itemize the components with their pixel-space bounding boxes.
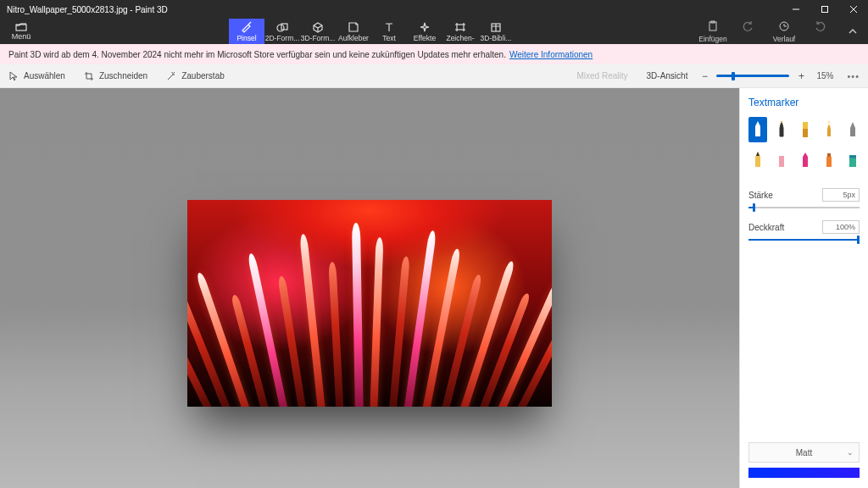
- tool-3d-shapes[interactable]: 3D-Form...: [300, 19, 336, 44]
- crop-icon: [84, 71, 94, 81]
- thickness-slider[interactable]: [748, 207, 860, 208]
- zoom-percent: 15%: [816, 71, 833, 80]
- zoom-controls: − + 15% •••: [699, 70, 860, 82]
- svg-point-16: [827, 120, 831, 125]
- menu-button[interactable]: Menü: [0, 19, 42, 44]
- svg-rect-17: [779, 155, 784, 167]
- main-area: Textmarker Stärke 5px Deckkraft: [0, 88, 868, 488]
- tool-canvas[interactable]: Zeichen-: [442, 19, 478, 44]
- panel-title: Textmarker: [748, 97, 860, 108]
- chevron-down-icon: ⌄: [847, 448, 854, 457]
- zoom-in-button[interactable]: +: [796, 70, 806, 82]
- opacity-slider[interactable]: [748, 239, 860, 241]
- svg-rect-7: [457, 25, 464, 30]
- redo-icon: [814, 20, 826, 34]
- material-dropdown[interactable]: Matt ⌄: [748, 442, 860, 463]
- chevron-up-icon: [848, 26, 858, 36]
- tool-2d-shapes[interactable]: 2D-Form...: [264, 19, 300, 44]
- mixed-reality-button: Mixed Reality: [571, 71, 627, 80]
- wand-icon: [166, 71, 176, 81]
- close-button[interactable]: [839, 0, 868, 19]
- brush-oil[interactable]: [796, 117, 815, 142]
- ribbon-right: Einfügen Verlauf: [695, 19, 868, 44]
- sticker-icon: [347, 21, 360, 33]
- zoom-out-button[interactable]: −: [699, 70, 709, 82]
- brush-pixel[interactable]: [843, 117, 862, 142]
- brush-crayon[interactable]: [796, 147, 815, 173]
- crop-tool[interactable]: Zuschneiden: [84, 71, 147, 81]
- library-icon: [489, 21, 503, 33]
- redo-button[interactable]: [802, 19, 837, 44]
- ribbon-tools: Pinsel 2D-Form... 3D-Form... Aufkleber T…: [229, 19, 514, 44]
- canvas-icon: [453, 21, 467, 33]
- select-tool[interactable]: Auswählen: [8, 71, 65, 81]
- more-button[interactable]: •••: [847, 71, 860, 81]
- ribbon: Menü Pinsel 2D-Form... 3D-Form... Aufkle…: [0, 19, 868, 44]
- paste-button[interactable]: Einfügen: [695, 19, 731, 44]
- opacity-control: Deckkraft 100%: [748, 220, 860, 241]
- paste-icon: [707, 20, 719, 34]
- text-icon: [382, 21, 396, 33]
- thickness-label: Stärke: [748, 191, 773, 200]
- cursor-icon: [8, 71, 19, 81]
- magic-select-tool[interactable]: Zauberstab: [166, 71, 225, 81]
- svg-rect-14: [803, 122, 808, 129]
- zoom-slider[interactable]: [716, 75, 789, 77]
- brush-pencil[interactable]: [748, 147, 767, 173]
- brush-watercolor[interactable]: [820, 117, 838, 142]
- brush-spray[interactable]: [820, 147, 838, 173]
- secondary-toolbar: Auswählen Zuschneiden Zauberstab Mixed R…: [0, 64, 868, 88]
- history-icon: [778, 20, 790, 34]
- undo-icon: [743, 20, 754, 34]
- notice-link[interactable]: Weitere Informationen: [509, 50, 593, 59]
- tool-effects[interactable]: Effekte: [407, 19, 442, 44]
- window-buttons: [782, 0, 868, 19]
- folder-icon: [15, 23, 27, 31]
- tool-brushes[interactable]: Pinsel: [229, 19, 264, 44]
- minimize-button[interactable]: [782, 0, 810, 19]
- brush-icon: [240, 21, 253, 33]
- collapse-ribbon-button[interactable]: [837, 19, 868, 44]
- tool-stickers[interactable]: Aufkleber: [336, 19, 371, 44]
- notice-text: Paint 3D wird ab dem 4. November 2024 ni…: [8, 50, 506, 59]
- svg-rect-18: [779, 153, 784, 156]
- window-title: Nitro_Wallpaper_5000x2813.jpg - Paint 3D: [7, 5, 782, 14]
- color-swatch[interactable]: [748, 468, 860, 478]
- thickness-value[interactable]: 5px: [822, 188, 860, 202]
- history-button[interactable]: Verlauf: [766, 19, 802, 44]
- svg-rect-19: [826, 157, 832, 167]
- svg-rect-15: [803, 129, 808, 137]
- opacity-label: Deckkraft: [748, 223, 784, 232]
- brush-marker[interactable]: [748, 117, 767, 142]
- brush-calligraphy[interactable]: [772, 117, 791, 142]
- tool-3d-library[interactable]: 3D-Bibli...: [478, 19, 514, 44]
- deprecation-notice: Paint 3D wird ab dem 4. November 2024 ni…: [0, 44, 868, 64]
- shapes-3d-icon: [311, 21, 325, 33]
- 3d-view-button[interactable]: 3D-Ansicht: [642, 71, 688, 80]
- effects-icon: [418, 21, 431, 33]
- maximize-button[interactable]: [810, 0, 839, 19]
- thickness-control: Stärke 5px: [748, 188, 860, 208]
- svg-rect-1: [822, 7, 828, 13]
- brush-fill[interactable]: [843, 147, 862, 173]
- brush-eraser[interactable]: [772, 147, 791, 173]
- menu-label: Menü: [12, 32, 31, 41]
- tool-text[interactable]: Text: [371, 19, 407, 44]
- canvas-area[interactable]: [0, 88, 739, 488]
- svg-rect-20: [827, 153, 831, 157]
- undo-button[interactable]: [731, 19, 766, 44]
- title-bar: Nitro_Wallpaper_5000x2813.jpg - Paint 3D: [0, 0, 868, 19]
- svg-point-5: [277, 25, 284, 31]
- shapes-2d-icon: [275, 21, 289, 33]
- opacity-value[interactable]: 100%: [822, 220, 860, 234]
- canvas-image[interactable]: [187, 200, 552, 407]
- brush-grid: [748, 117, 860, 173]
- side-panel: Textmarker Stärke 5px Deckkraft: [739, 88, 868, 488]
